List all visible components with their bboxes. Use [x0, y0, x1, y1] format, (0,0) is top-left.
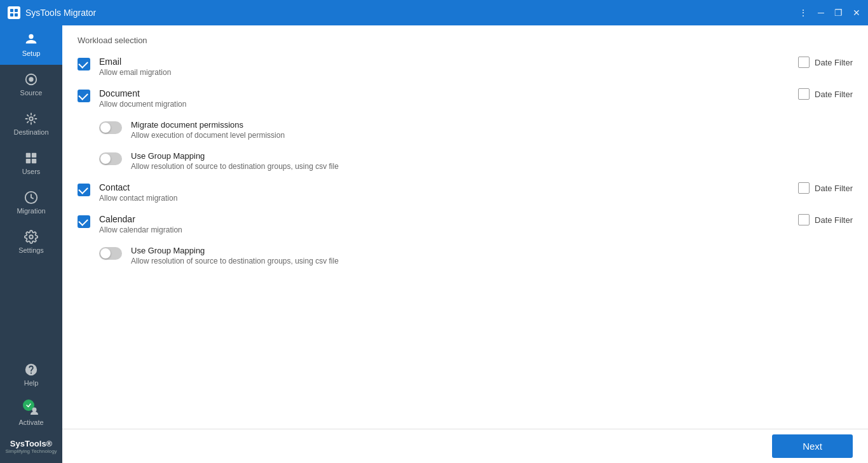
maximize-button[interactable]: ❐	[834, 8, 843, 18]
sidebar: Setup Source Destination Users Migration…	[0, 25, 62, 463]
group-mapping-doc-desc: Allow resolution of source to destinatio…	[131, 162, 339, 171]
contact-info: Contact Allow contact migration	[99, 182, 773, 203]
contact-date-filter-checkbox[interactable]	[798, 182, 810, 194]
svg-point-12	[29, 235, 33, 239]
group-mapping-cal-toggle-wrap[interactable]	[99, 247, 122, 260]
sidebar-users-label: Users	[22, 168, 41, 175]
group-mapping-cal-desc: Allow resolution of source to destinatio…	[131, 257, 339, 265]
migrate-doc-perms-toggle[interactable]	[99, 121, 122, 134]
next-button[interactable]: Next	[772, 434, 853, 458]
document-date-filter-checkbox[interactable]	[798, 88, 810, 100]
sidebar-activate-label: Activate	[18, 419, 43, 426]
sidebar-settings-label: Settings	[18, 246, 44, 254]
calendar-date-filter-checkbox[interactable]	[798, 214, 810, 225]
svg-rect-2	[10, 13, 13, 17]
app-title: SysTools Migrator	[25, 8, 799, 18]
svg-rect-3	[15, 13, 18, 17]
workload-item-calendar: Calendar Allow calendar migration Date F…	[78, 214, 853, 234]
email-date-filter-label: Date Filter	[815, 58, 853, 67]
activate-icon-wrap	[23, 399, 39, 416]
group-mapping-doc-toggle[interactable]	[99, 152, 122, 165]
document-date-filter-label: Date Filter	[815, 90, 853, 99]
svg-rect-0	[10, 9, 13, 12]
document-sub-options: Migrate document permissions Allow execu…	[99, 120, 853, 171]
contact-date-filter-label: Date Filter	[815, 184, 853, 193]
app-body: Setup Source Destination Users Migration…	[0, 25, 868, 463]
document-title: Document	[99, 88, 773, 98]
sidebar-help-label: Help	[24, 379, 39, 387]
menu-button[interactable]: ⋮	[799, 8, 808, 18]
sidebar-item-users[interactable]: Users	[0, 144, 62, 183]
document-info: Document Allow document migration	[99, 88, 773, 109]
sidebar-item-setup[interactable]: Setup	[0, 25, 62, 65]
main-content: Workload selection Email Allow email mig…	[62, 25, 868, 463]
workload-label: Workload selection	[78, 36, 853, 45]
title-bar: SysTools Migrator ⋮ ─ ❐ ✕	[0, 0, 868, 25]
workload-item-email: Email Allow email migration Date Filter	[78, 57, 853, 77]
migrate-doc-perms-toggle-wrap[interactable]	[99, 121, 122, 134]
email-info: Email Allow email migration	[99, 57, 773, 77]
svg-rect-7	[26, 153, 31, 158]
contact-checkbox[interactable]	[78, 184, 90, 196]
calendar-date-filter-label: Date Filter	[815, 215, 853, 225]
activate-user-icon	[29, 406, 39, 416]
contact-title: Contact	[99, 182, 773, 192]
sub-option-group-mapping-cal: Use Group Mapping Allow resolution of so…	[99, 246, 853, 265]
close-button[interactable]: ✕	[853, 8, 860, 18]
sidebar-destination-label: Destination	[13, 128, 48, 136]
sidebar-item-source[interactable]: Source	[0, 65, 62, 104]
sidebar-item-help[interactable]: Help	[0, 356, 62, 393]
migrate-doc-perms-title: Migrate document permissions	[131, 120, 285, 130]
svg-point-6	[29, 117, 33, 121]
svg-rect-9	[26, 159, 31, 163]
workload-item-contact: Contact Allow contact migration Date Fil…	[78, 182, 853, 203]
svg-rect-1	[15, 9, 18, 12]
migrate-doc-perms-info: Migrate document permissions Allow execu…	[131, 120, 285, 140]
group-mapping-cal-info: Use Group Mapping Allow resolution of so…	[131, 246, 339, 265]
sidebar-item-destination[interactable]: Destination	[0, 104, 62, 144]
sidebar-bottom: Help Activate SysTools® Simplifying Tech…	[0, 356, 62, 463]
sidebar-migration-label: Migration	[17, 207, 45, 215]
sub-option-migrate-doc-perms: Migrate document permissions Allow execu…	[99, 120, 853, 140]
sidebar-item-activate[interactable]: Activate	[0, 393, 62, 433]
calendar-date-filter-wrap: Date Filter	[798, 214, 853, 225]
calendar-desc: Allow calendar migration	[99, 225, 773, 234]
sidebar-item-settings[interactable]: Settings	[0, 222, 62, 262]
migrate-doc-perms-desc: Allow execution of document level permis…	[131, 131, 285, 140]
minimize-button[interactable]: ─	[818, 8, 824, 18]
svg-rect-8	[32, 153, 36, 158]
group-mapping-doc-toggle-wrap[interactable]	[99, 152, 122, 165]
app-icon	[8, 6, 20, 19]
contact-date-filter-wrap: Date Filter	[798, 182, 853, 194]
brand-sub: Simplifying Technology	[5, 448, 57, 454]
email-title: Email	[99, 57, 773, 67]
email-date-filter-wrap: Date Filter	[798, 57, 853, 68]
document-checkbox[interactable]	[78, 90, 90, 102]
sidebar-item-migration[interactable]: Migration	[0, 183, 62, 222]
group-mapping-cal-toggle[interactable]	[99, 247, 122, 260]
email-checkbox[interactable]	[78, 58, 90, 70]
window-controls: ⋮ ─ ❐ ✕	[799, 8, 860, 18]
contact-desc: Allow contact migration	[99, 194, 773, 203]
sub-option-group-mapping-doc: Use Group Mapping Allow resolution of so…	[99, 151, 853, 171]
brand-footer: SysTools® Simplifying Technology	[3, 433, 59, 463]
calendar-checkbox[interactable]	[78, 215, 90, 228]
workload-item-document: Document Allow document migration Date F…	[78, 88, 853, 109]
calendar-title: Calendar	[99, 214, 773, 224]
group-mapping-doc-title: Use Group Mapping	[131, 151, 339, 161]
group-mapping-cal-title: Use Group Mapping	[131, 246, 339, 255]
email-desc: Allow email migration	[99, 68, 773, 77]
footer: Next	[62, 429, 868, 463]
svg-point-13	[32, 408, 37, 412]
brand-name: SysTools®	[5, 439, 57, 448]
sidebar-source-label: Source	[20, 89, 43, 97]
calendar-sub-options: Use Group Mapping Allow resolution of so…	[99, 246, 853, 265]
calendar-info: Calendar Allow calendar migration	[99, 214, 773, 234]
svg-rect-10	[32, 159, 36, 163]
document-date-filter-wrap: Date Filter	[798, 88, 853, 100]
email-date-filter-checkbox[interactable]	[798, 57, 810, 68]
svg-point-4	[29, 77, 33, 81]
content-area: Workload selection Email Allow email mig…	[62, 25, 868, 429]
document-desc: Allow document migration	[99, 100, 773, 109]
group-mapping-doc-info: Use Group Mapping Allow resolution of so…	[131, 151, 339, 171]
